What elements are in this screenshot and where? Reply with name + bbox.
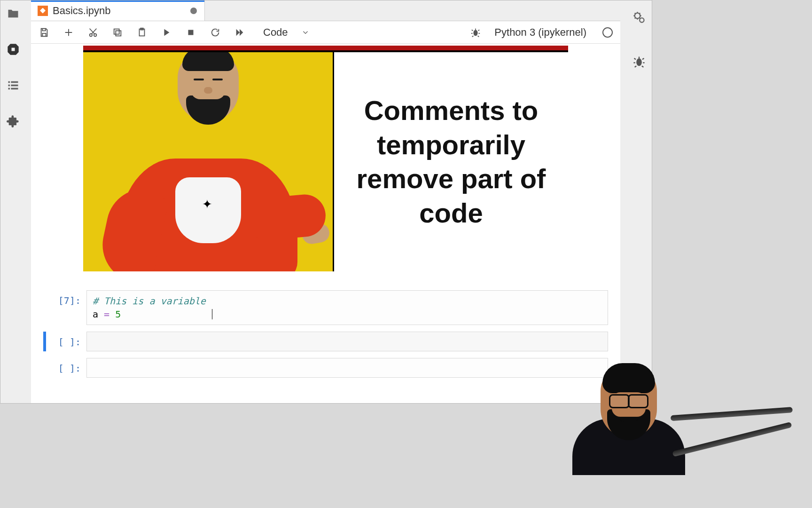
code-cell[interactable]: [ ]: [31,332,620,358]
svg-rect-5 [114,29,119,34]
code-cell[interactable]: [7]: # This is a variable a = 5 [31,290,620,332]
debugger-panel-icon[interactable] [631,53,648,70]
toc-icon[interactable] [5,77,22,94]
debugger-icon[interactable] [470,27,481,38]
interrupt-button[interactable] [185,27,196,38]
chevron-down-icon [301,28,310,37]
kernel-name[interactable]: Python 3 (ipykernel) [494,26,586,39]
paste-button[interactable] [136,27,148,38]
code-cell[interactable]: [ ]: [31,358,620,384]
cell-editor[interactable]: # This is a variable a = 5 [86,290,608,325]
tab-bar: Basics.ipynb [31,0,620,21]
meme-caption: Comments to temporarily remove part of c… [348,94,554,230]
insert-cell-button[interactable] [63,27,74,38]
tab-title: Basics.ipynb [53,5,111,17]
presenter-webcam [563,329,690,456]
svg-point-3 [94,33,97,36]
main-area: Basics.ipynb [31,0,620,403]
restart-button[interactable] [210,27,221,38]
cell-editor[interactable] [86,332,608,351]
kernel-status-icon[interactable] [602,27,613,38]
unsaved-dot-icon [190,8,197,14]
cell-prompt: [ ]: [46,358,86,374]
cut-button[interactable] [87,27,99,38]
notebook-tab[interactable]: Basics.ipynb [31,0,205,21]
notebook-toolbar: Code Python 3 (ipykernel) [31,21,620,44]
save-button[interactable] [39,27,50,38]
jupyterlab-window: Basics.ipynb [0,0,652,404]
meme-image [83,52,334,271]
folder-icon[interactable] [5,5,22,22]
celltype-select[interactable]: Code [263,26,310,39]
meme-output: Comments to temporarily remove part of c… [83,46,568,271]
svg-rect-1 [12,48,15,51]
svg-point-2 [90,33,93,36]
svg-marker-10 [236,29,240,36]
svg-point-15 [636,58,642,66]
copy-button[interactable] [112,27,123,38]
svg-rect-9 [188,30,194,35]
restart-run-all-button[interactable] [234,27,245,38]
notebook-icon [38,6,48,16]
cell-prompt: [ ]: [46,332,86,348]
svg-point-12 [474,30,478,36]
activity-bar [0,0,26,403]
svg-rect-4 [116,31,121,36]
celltype-label: Code [263,26,288,39]
cell-editor[interactable] [86,358,608,378]
cell-prompt: [7]: [46,290,86,306]
property-inspector-icon[interactable] [631,9,648,26]
extensions-icon[interactable] [5,112,22,129]
text-cursor [212,309,212,319]
svg-marker-11 [240,29,243,36]
notebook-body[interactable]: Comments to temporarily remove part of c… [31,44,620,403]
svg-marker-8 [164,29,169,36]
run-button[interactable] [161,27,172,38]
running-kernels-icon[interactable] [5,41,22,58]
svg-point-14 [640,18,644,22]
